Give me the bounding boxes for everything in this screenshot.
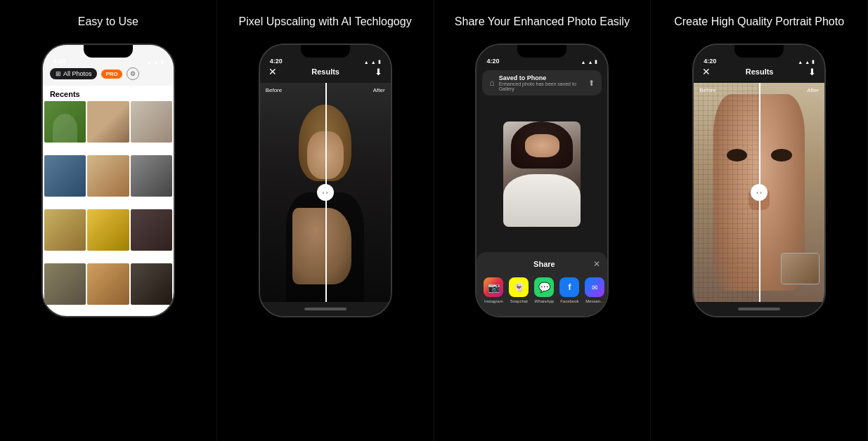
signal-icon: ▲ <box>147 60 152 65</box>
panel-title-2: Pixel Upscaling with AI Techlogogy <box>239 7 412 37</box>
saved-title: Saved to Phone <box>499 74 585 81</box>
close-share-button[interactable]: ✕ <box>593 259 600 269</box>
zoom-inset <box>781 253 820 284</box>
photo-cell-1[interactable] <box>44 101 86 143</box>
status-icons-4: ▲ ▲ ▮ <box>798 59 815 65</box>
photo-cell-10[interactable] <box>44 263 86 305</box>
messenger-icon: ✉ <box>585 277 604 297</box>
share-sheet: Share ✕ 📷 Instagram 👻 Snapchat 💬 WhatsAp… <box>477 252 607 316</box>
battery-icon-4: ▮ <box>812 59 815 65</box>
pixelated-overlay <box>694 83 759 302</box>
photo-cell-7[interactable] <box>44 209 86 251</box>
photo-cell-12[interactable] <box>131 263 172 305</box>
panel-easy-to-use: Easy to Use 4:20 ▲ ▲ ▮ ⊞ All Photos PRO … <box>0 0 217 441</box>
pro-badge[interactable]: PRO <box>101 70 122 79</box>
results-label-2: Results <box>311 67 339 76</box>
eye-right <box>771 149 792 162</box>
status-time-4: 4:20 <box>704 58 716 65</box>
photo-cell-2[interactable] <box>87 101 129 143</box>
photo-cell-3[interactable] <box>131 101 172 143</box>
gallery-screen: 4:20 ▲ ▲ ▮ ⊞ All Photos PRO ⚙ Recents <box>43 45 174 316</box>
saved-text-container: Saved to Phone Enhanced photo has been s… <box>499 74 585 91</box>
photo-cell-4[interactable] <box>44 155 86 197</box>
phone-frame-2: 4:20 ▲ ▲ ▮ ✕ Results ⬇ Before After <box>259 44 392 317</box>
status-icons-2: ▲ ▲ ▮ <box>364 59 381 65</box>
facebook-share[interactable]: f Facebook <box>559 277 579 303</box>
snapchat-share[interactable]: 👻 Snapchat <box>509 277 529 303</box>
before-label-4: Before <box>699 87 716 93</box>
close-button-2[interactable]: ✕ <box>268 66 277 77</box>
home-icon-3: ⌂ <box>489 78 494 88</box>
saved-subtitle: Enhanced photo has been saved to Gallery <box>499 81 585 91</box>
photo-cell-9[interactable] <box>131 209 172 251</box>
home-bar-4 <box>694 302 824 316</box>
photo-cell-11[interactable] <box>87 263 129 305</box>
ba-handle-2[interactable]: ‹ › <box>317 184 334 201</box>
before-after-4: Before After ‹ › <box>694 83 824 302</box>
wifi-icon-3: ▲ <box>588 60 592 65</box>
messenger-label: Messen... <box>585 299 604 303</box>
instagram-share[interactable]: 📷 Instagram <box>484 277 503 303</box>
ba-handle-4[interactable]: ‹ › <box>751 184 767 201</box>
photo-grid <box>43 101 174 316</box>
before-after-2: Before After ‹ › <box>260 83 391 302</box>
photo-shoulders <box>503 174 581 227</box>
photo-cell-5[interactable] <box>87 155 129 197</box>
snapchat-label: Snapchat <box>510 299 528 303</box>
signal-icon-4: ▲ <box>798 60 803 65</box>
panel-portrait: Create High Quality Portrait Photo 4:20 … <box>651 0 868 441</box>
results-screen: 4:20 ▲ ▲ ▮ ✕ Results ⬇ Before After <box>260 45 391 316</box>
battery-icon-2: ▮ <box>378 59 381 65</box>
share-screen: 4:20 ▲ ▲ ▮ ⌂ Saved to Phone Enhanced pho… <box>477 45 607 316</box>
saved-banner: ⌂ Saved to Phone Enhanced photo has been… <box>482 70 602 96</box>
after-label-2: After <box>373 87 385 93</box>
download-button-4[interactable]: ⬇ <box>808 67 816 77</box>
panel-pixel-upscaling: Pixel Upscaling with AI Techlogogy 4:20 … <box>217 0 434 441</box>
status-icons-3: ▲ ▲ ▮ <box>581 59 598 65</box>
wifi-icon: ▲ <box>154 60 159 65</box>
before-label-2: Before <box>266 87 283 93</box>
after-label-4: After <box>807 87 819 93</box>
share-apps-row: 📷 Instagram 👻 Snapchat 💬 WhatsApp f Face… <box>484 275 600 309</box>
all-photos-button[interactable]: ⊞ All Photos <box>50 68 98 79</box>
whatsapp-icon: 💬 <box>534 277 554 297</box>
settings-icon[interactable]: ⚙ <box>127 67 139 80</box>
phone-notch-3 <box>517 45 566 58</box>
wifi-icon-4: ▲ <box>805 60 810 65</box>
phone-frame-3: 4:20 ▲ ▲ ▮ ⌂ Saved to Phone Enhanced pho… <box>475 44 609 317</box>
panel-title-4: Create High Quality Portrait Photo <box>674 7 844 37</box>
facebook-label: Facebook <box>560 299 578 303</box>
share-sheet-title: Share <box>495 260 593 268</box>
home-bar-2 <box>260 302 391 316</box>
enhanced-photo <box>503 121 581 227</box>
photo-cell-6[interactable] <box>131 155 172 197</box>
status-time-1: 4:20 <box>53 58 65 65</box>
snapchat-icon: 👻 <box>509 277 529 297</box>
battery-icon: ▮ <box>161 59 164 65</box>
home-indicator-4 <box>738 308 780 310</box>
phone-frame-4: 4:20 ▲ ▲ ▮ ✕ Results ⬇ Before After <box>692 44 826 317</box>
wifi-icon-2: ▲ <box>371 60 376 65</box>
status-icons-1: ▲ ▲ ▮ <box>147 59 164 65</box>
photos-icon: ⊞ <box>56 70 61 77</box>
share-icon-3[interactable]: ⬆ <box>588 79 595 88</box>
phone-notch-2 <box>301 45 350 58</box>
status-time-3: 4:20 <box>486 58 499 65</box>
facebook-icon: f <box>559 277 579 297</box>
zoom-content <box>782 254 819 284</box>
results-label-4: Results <box>746 67 774 76</box>
recents-label: Recents <box>43 86 174 101</box>
messenger-share[interactable]: ✉ Messen... <box>585 277 604 303</box>
phone-notch-4 <box>734 45 784 58</box>
whatsapp-share[interactable]: 💬 WhatsApp <box>534 277 554 303</box>
enhanced-photo-container <box>477 96 607 252</box>
signal-icon-3: ▲ <box>581 60 586 65</box>
photo-face <box>525 134 559 157</box>
phone-frame-1: 4:20 ▲ ▲ ▮ ⊞ All Photos PRO ⚙ Recents <box>41 44 175 317</box>
photo-cell-8[interactable] <box>87 209 129 251</box>
instagram-label: Instagram <box>484 299 503 303</box>
home-indicator-2 <box>304 308 346 310</box>
portrait-arm <box>292 208 351 284</box>
download-button-2[interactable]: ⬇ <box>375 67 382 77</box>
close-button-4[interactable]: ✕ <box>702 66 711 77</box>
